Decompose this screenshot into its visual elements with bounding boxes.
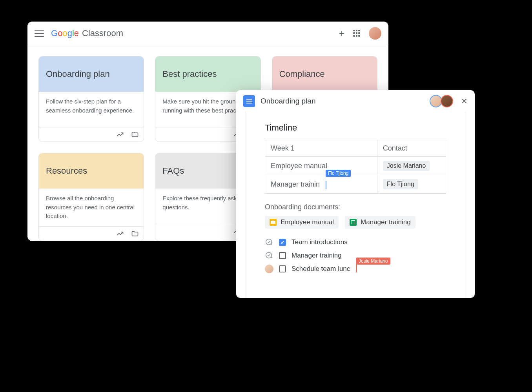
doc-page[interactable]: Timeline Week 1 Contact Employee manual … [246, 112, 465, 298]
table-header-week[interactable]: Week 1 [265, 140, 377, 157]
checklist-label: Schedule team lunc [292, 265, 350, 273]
card-title: Best practices [155, 56, 260, 92]
user-avatar[interactable] [369, 27, 381, 40]
table-cell-contact[interactable]: Josie Mariano [377, 157, 446, 175]
checkbox[interactable] [279, 252, 286, 259]
table-header-contact[interactable]: Contact [377, 140, 446, 157]
doc-title[interactable]: Onboarding plan [261, 97, 316, 105]
trending-icon[interactable] [116, 230, 124, 238]
checklist-item[interactable]: Team introductions [265, 238, 446, 247]
app-name: Classroom [82, 28, 123, 38]
assignee-avatar[interactable] [265, 265, 273, 273]
class-card[interactable]: Onboarding plan Follow the six-step plan… [38, 56, 144, 142]
doc-chip-sheets[interactable]: Manager training [345, 216, 415, 229]
close-icon[interactable]: ✕ [461, 96, 468, 106]
checklist: Team introductions Manager training Sche… [265, 238, 446, 273]
collab-cursor-caret [326, 181, 326, 189]
collaborator-avatar-2[interactable] [441, 95, 453, 107]
contact-chip[interactable]: Flo Tjiong [383, 179, 418, 189]
collab-cursor-tag: Flo Tjiong [326, 170, 351, 177]
assign-task-icon[interactable] [265, 251, 273, 260]
collab-cursor-caret [356, 264, 357, 272]
sheets-icon [350, 219, 357, 226]
slides-icon [270, 219, 277, 226]
timeline-table: Week 1 Contact Employee manual Josie Mar… [265, 140, 446, 194]
checkbox[interactable] [279, 265, 286, 272]
card-title: Resources [39, 153, 144, 189]
table-cell-contact[interactable]: Flo Tjiong [377, 175, 446, 194]
folder-icon[interactable] [131, 230, 139, 238]
docs-window: Onboarding plan ✕ Timeline Week 1 Contac… [236, 90, 475, 298]
card-description: Follow the six-step plan for a seamless … [39, 92, 144, 127]
google-apps-icon[interactable] [353, 30, 360, 37]
checkbox[interactable] [279, 239, 286, 246]
folder-icon[interactable] [131, 131, 139, 138]
docs-header: Onboarding plan ✕ [236, 90, 475, 112]
trending-icon[interactable] [116, 131, 124, 138]
collab-cursor-tag: Josie Mariano [356, 258, 390, 265]
card-title: Compliance [272, 56, 377, 92]
card-description: Browse all the onboarding resources you … [39, 189, 144, 226]
doc-chip-slides[interactable]: Employee manual [265, 216, 339, 229]
doc-heading: Timeline [265, 123, 446, 133]
google-logo-text: Google [51, 28, 79, 38]
checklist-item[interactable]: Manager training [265, 251, 446, 260]
assign-task-icon[interactable] [265, 238, 273, 247]
class-card[interactable]: Resources Browse all the onboarding reso… [38, 153, 144, 241]
table-cell-item[interactable]: Employee manual [265, 157, 377, 175]
checklist-item[interactable]: Schedule team lunc Josie Mariano [265, 265, 446, 273]
google-classroom-logo[interactable]: Google Classroom [51, 28, 123, 38]
card-footer [39, 226, 144, 241]
card-title: Onboarding plan [39, 56, 144, 92]
menu-icon[interactable] [35, 30, 44, 37]
google-docs-icon [243, 95, 255, 107]
table-cell-item[interactable]: Manager trainin Flo Tjiong [265, 175, 377, 194]
card-footer [39, 127, 144, 142]
checklist-label: Team introductions [292, 238, 348, 246]
create-icon[interactable]: + [339, 28, 344, 39]
checklist-label: Manager training [292, 252, 342, 260]
section-label: Onboarding documents: [265, 203, 446, 211]
contact-chip[interactable]: Josie Mariano [383, 161, 430, 171]
doc-chips-row: Employee manual Manager training [265, 216, 446, 229]
classroom-header: Google Classroom + [27, 22, 388, 45]
